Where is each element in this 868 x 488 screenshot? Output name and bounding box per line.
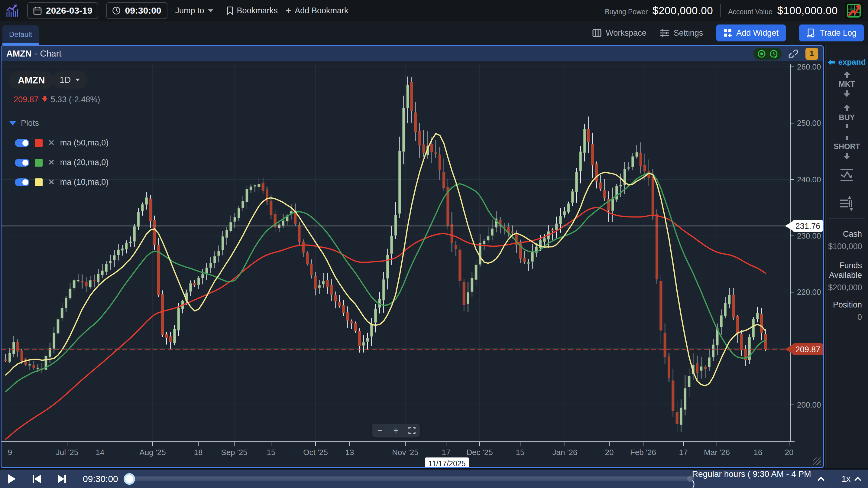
playback-slider-track[interactable]: [125, 477, 692, 481]
arrow-left-icon: [828, 59, 835, 65]
date-picker-button[interactable]: 2026-03-19: [27, 2, 98, 19]
chevron-down-icon: [208, 9, 213, 12]
short-order-button[interactable]: SHORT: [826, 136, 868, 159]
zoom-out-button[interactable]: −: [372, 424, 388, 437]
step-forward-button[interactable]: [58, 475, 66, 483]
svg-text:16: 16: [754, 448, 763, 457]
ma10-toggle[interactable]: [15, 178, 29, 186]
last-price: 209.87: [13, 95, 39, 104]
ma20-label: ma (20,ma,0): [60, 158, 109, 167]
svg-text:Mar '26: Mar '26: [704, 448, 730, 457]
chart-zoom-controls: − +: [372, 424, 420, 437]
zoom-in-button[interactable]: +: [388, 424, 404, 437]
play-button[interactable]: [8, 474, 16, 484]
trend-lines-icon: [839, 169, 855, 181]
account-value-value: $100,000.00: [777, 4, 838, 17]
plots-legend: Plots ✕ ma (50,ma,0) ✕ ma (20,ma,0): [9, 119, 108, 187]
position-stat: Position 0: [828, 300, 862, 322]
position-value: 0: [828, 313, 862, 322]
ma10-remove-icon[interactable]: ✕: [48, 178, 55, 187]
buy-label: BUY: [839, 113, 855, 122]
playback-slider-knob[interactable]: [124, 473, 135, 485]
chevron-down-icon: [75, 79, 80, 81]
collapse-triangle-icon: [9, 121, 16, 125]
ma50-remove-icon[interactable]: ✕: [48, 138, 55, 148]
expand-label: expand: [838, 57, 866, 67]
svg-text:220.00: 220.00: [797, 287, 821, 297]
ma10-color-swatch[interactable]: [35, 178, 42, 186]
buy-order-button[interactable]: BUY: [826, 104, 868, 128]
order-sidebar: expand MKT BUY SHORT: [825, 45, 868, 468]
workspace-button[interactable]: Workspace: [592, 28, 647, 38]
market-order-button[interactable]: MKT: [826, 71, 868, 97]
sidebar-divider: [829, 218, 865, 219]
svg-text:260.00: 260.00: [797, 62, 821, 71]
bookmark-icon: [227, 6, 233, 15]
svg-text:20: 20: [605, 448, 614, 457]
svg-text:250.00: 250.00: [797, 119, 821, 128]
link-icon[interactable]: [788, 49, 799, 58]
chevron-up-icon: [855, 477, 861, 484]
bookmarks-button[interactable]: Bookmarks: [227, 6, 278, 16]
price-down-arrow-icon: [42, 98, 48, 102]
tab-default[interactable]: Default: [2, 25, 39, 45]
ma20-remove-icon[interactable]: ✕: [48, 158, 55, 167]
link-group-badge[interactable]: 1: [805, 48, 818, 60]
svg-text:Jan '26: Jan '26: [552, 448, 577, 457]
record-dot-icon: [757, 49, 766, 58]
position-label: Position: [828, 300, 862, 310]
symbol-pill[interactable]: AMZN: [9, 71, 54, 90]
trade-log-button[interactable]: Trade Log: [799, 25, 864, 41]
svg-text:Dec '25: Dec '25: [466, 448, 493, 457]
ma50-color-swatch[interactable]: [35, 139, 42, 147]
tab-default-label: Default: [9, 30, 32, 39]
session-hours-dropdown[interactable]: Regular hours ( 9:30 AM - 4 PM ): [692, 469, 824, 488]
trail-stop-button[interactable]: [826, 169, 868, 181]
chart-panel-header[interactable]: AMZN - Chart: [1, 46, 823, 61]
add-bookmark-button[interactable]: + Add Bookmark: [286, 5, 348, 16]
time-value: 09:30:00: [125, 5, 161, 16]
ma20-color-swatch[interactable]: [35, 159, 42, 166]
add-widget-button[interactable]: Add Widget: [716, 25, 786, 41]
timeframe-dropdown[interactable]: 1D: [52, 71, 88, 89]
svg-text:240.00: 240.00: [797, 175, 821, 184]
candlestick-chart[interactable]: 260.00250.00240.00230.00220.00200.009Jul…: [1, 61, 823, 467]
chart-area[interactable]: 260.00250.00240.00230.00220.00200.009Jul…: [1, 61, 823, 467]
expand-sidebar-button[interactable]: expand: [826, 57, 868, 67]
ma20-toggle[interactable]: [15, 159, 29, 166]
sync-pill[interactable]: [753, 48, 782, 60]
buying-power-value: $200,000.00: [652, 4, 713, 17]
step-back-button[interactable]: [33, 475, 41, 483]
fullscreen-button[interactable]: [404, 424, 420, 437]
ma50-toggle[interactable]: [15, 139, 29, 147]
stub-bar-icon: [843, 124, 851, 128]
trade-log-icon: [806, 28, 815, 37]
panel-title-symbol: AMZN: [6, 49, 32, 59]
svg-text:17: 17: [442, 448, 451, 457]
stub-bar-icon: [843, 136, 851, 140]
price-change: 5.33 (-2.48%): [51, 95, 100, 104]
plots-header[interactable]: Plots: [9, 119, 108, 128]
mkt-label: MKT: [839, 80, 855, 89]
jump-to-dropdown[interactable]: Jump to: [175, 6, 213, 16]
settings-button[interactable]: Settings: [660, 28, 703, 38]
plot-row-ma50: ✕ ma (50,ma,0): [15, 138, 108, 148]
chart-widget-panel: AMZN - Chart: [1, 45, 824, 468]
plus-icon: +: [286, 5, 291, 16]
ma10-label: ma (10,ma,0): [60, 178, 109, 187]
arrow-down-icon: [843, 153, 851, 159]
svg-text:209.87: 209.87: [796, 345, 820, 354]
panel-resize-handle[interactable]: [813, 457, 821, 465]
quote-row: 209.87 5.33 (-2.48%): [13, 95, 100, 104]
speed-dropdown[interactable]: 1x: [841, 474, 860, 484]
time-picker-button[interactable]: 09:30:00: [106, 2, 167, 19]
clock-check-icon: [769, 49, 778, 58]
svg-text:15: 15: [516, 448, 525, 457]
svg-text:Nov '25: Nov '25: [392, 448, 418, 457]
svg-text:Sep '25: Sep '25: [221, 448, 247, 457]
bracket-order-button[interactable]: [826, 195, 868, 212]
speed-label: 1x: [841, 474, 850, 484]
workspace-columns-icon: [592, 29, 601, 37]
chevron-up-icon: [817, 477, 824, 483]
funds-available-label: Funds Available: [828, 261, 862, 280]
